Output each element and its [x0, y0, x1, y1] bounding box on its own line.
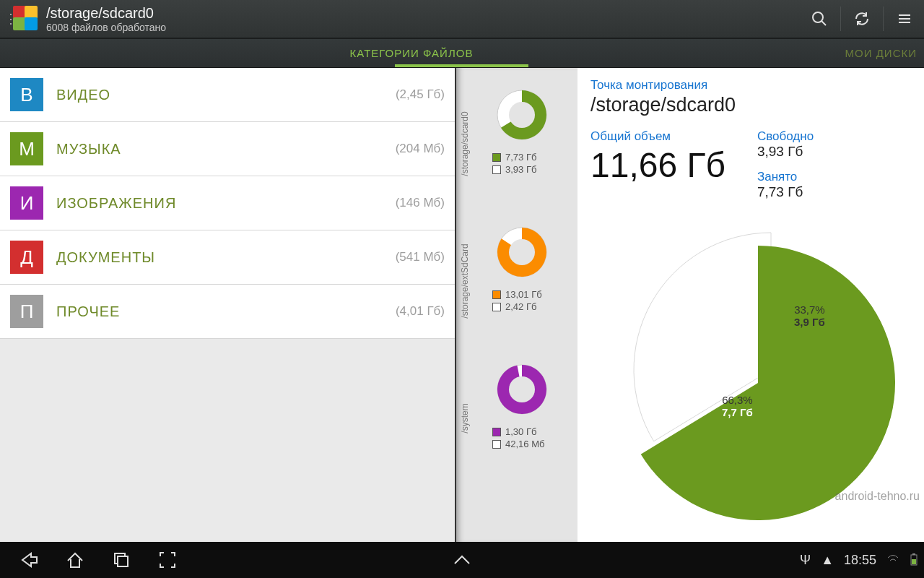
- category-badge: В: [10, 78, 43, 111]
- category-label: ПРОЧЕЕ: [56, 303, 396, 320]
- overflow-menu-button[interactable]: [885, 0, 924, 38]
- search-button[interactable]: [800, 0, 839, 38]
- categories-panel: ВВИДЕО(2,45 Гб)ММУЗЫКА(204 Мб)ИИЗОБРАЖЕН…: [0, 68, 455, 542]
- category-label: МУЗЫКА: [56, 141, 396, 158]
- watermark-text: android-tehno.ru: [835, 490, 920, 503]
- total-label: Общий объем: [590, 129, 725, 144]
- svg-rect-12: [118, 556, 128, 566]
- category-badge: М: [10, 132, 43, 165]
- svg-rect-15: [912, 559, 916, 564]
- volume-legend: 13,01 Гб2,42 Гб: [474, 289, 570, 312]
- status-tray[interactable]: Ψ ▲ 18:55: [800, 553, 918, 568]
- mount-label: Точка монтирования: [590, 78, 911, 92]
- menu-icon: [896, 10, 913, 27]
- category-row[interactable]: ДДОКУМЕНТЫ(541 Мб): [0, 230, 455, 285]
- category-size: (2,45 Гб): [396, 87, 445, 102]
- screenshot-button[interactable]: [144, 542, 191, 578]
- category-label: ВИДЕО: [56, 87, 396, 103]
- used-label: Занято: [757, 170, 814, 184]
- recent-apps-button[interactable]: [98, 542, 144, 578]
- chevron-up-icon: [451, 553, 473, 567]
- free-label: Свободно: [757, 129, 814, 144]
- drawer-handle-icon[interactable]: ⋮⋮: [0, 0, 9, 38]
- category-row[interactable]: ММУЗЫКА(204 Мб): [0, 122, 455, 176]
- warning-icon: ▲: [821, 553, 834, 568]
- category-row[interactable]: ИИЗОБРАЖЕНИЯ(146 Мб): [0, 176, 455, 230]
- category-badge: Д: [10, 241, 43, 274]
- category-size: (4,01 Гб): [396, 304, 445, 319]
- category-size: (541 Мб): [396, 250, 445, 264]
- details-panel: Точка монтирования /storage/sdcard0 Общи…: [578, 68, 924, 542]
- back-icon: [18, 549, 40, 571]
- back-button[interactable]: [6, 542, 52, 578]
- volume-mini[interactable]: /storage/sdcard07,73 Гб3,93 Гб: [456, 75, 578, 212]
- usage-pie-chart: 33,7% 3,9 Гб 66,3% 7,7 Гб: [606, 231, 910, 535]
- svg-rect-14: [912, 553, 915, 555]
- wifi-icon: [886, 553, 899, 566]
- svg-point-8: [509, 239, 535, 265]
- refresh-icon: [853, 10, 871, 27]
- category-badge: И: [10, 186, 43, 220]
- battery-icon: [910, 553, 918, 566]
- volume-mini[interactable]: /system1,30 Гб42,16 Мб: [456, 350, 578, 487]
- volume-path-label: /storage/sdcard0: [459, 75, 471, 212]
- category-size: (204 Мб): [396, 142, 445, 156]
- svg-point-0: [813, 12, 823, 22]
- category-size: (146 Мб): [396, 196, 445, 210]
- search-icon: [811, 10, 828, 27]
- svg-line-1: [821, 21, 826, 25]
- refresh-button[interactable]: [842, 0, 881, 38]
- action-bar: ⋮⋮ /storage/sdcard0 6008 файлов обработа…: [0, 0, 924, 39]
- volume-donut-chart: [489, 82, 554, 147]
- clock: 18:55: [844, 553, 876, 568]
- usb-icon: Ψ: [800, 553, 811, 568]
- tab-strip: КАТЕГОРИИ ФАЙЛОВ МОИ ДИСКИ: [0, 39, 924, 68]
- system-nav-bar: Ψ ▲ 18:55: [0, 542, 924, 578]
- mount-value: /storage/sdcard0: [590, 94, 911, 116]
- category-row[interactable]: ППРОЧЕЕ(4,01 Гб): [0, 285, 455, 339]
- volume-mini[interactable]: /storage/extSdCard13,01 Гб2,42 Гб: [456, 212, 578, 350]
- category-label: ДОКУМЕНТЫ: [56, 249, 396, 266]
- home-button[interactable]: [52, 542, 98, 578]
- pie-free-pct: 33,7%: [794, 303, 825, 316]
- volume-path-label: /system: [459, 350, 471, 487]
- recent-icon: [110, 549, 132, 571]
- tab-categories[interactable]: КАТЕГОРИИ ФАЙЛОВ: [0, 47, 823, 59]
- home-icon: [64, 549, 86, 571]
- tab-indicator: [395, 64, 528, 67]
- pie-used-size: 7,7 Гб: [722, 406, 753, 418]
- pie-used-pct: 66,3%: [722, 394, 753, 406]
- free-value: 3,93 Гб: [757, 144, 814, 160]
- category-row[interactable]: ВВИДЕО(2,45 Гб): [0, 68, 455, 122]
- volume-legend: 7,73 Гб3,93 Гб: [474, 152, 570, 175]
- app-logo-icon[interactable]: [12, 4, 40, 33]
- svg-point-6: [509, 102, 535, 128]
- volume-legend: 1,30 Гб42,16 Мб: [474, 426, 570, 449]
- tab-disks[interactable]: МОИ ДИСКИ: [823, 47, 924, 59]
- current-path: /storage/sdcard0: [46, 5, 800, 22]
- used-value: 7,73 Гб: [757, 184, 814, 200]
- screenshot-icon: [157, 550, 178, 570]
- volume-path-label: /storage/extSdCard: [459, 212, 471, 350]
- total-value: 11,66 Гб: [590, 145, 725, 185]
- svg-point-10: [509, 376, 535, 402]
- category-label: ИЗОБРАЖЕНИЯ: [56, 195, 396, 212]
- volume-donut-chart: [489, 220, 554, 285]
- volume-donut-chart: [489, 357, 554, 422]
- volumes-panel[interactable]: /storage/sdcard07,73 Гб3,93 Гб/storage/e…: [455, 68, 578, 542]
- scan-status: 6008 файлов обработано: [46, 22, 800, 33]
- category-badge: П: [10, 295, 43, 328]
- expand-notifications-button[interactable]: [439, 542, 485, 578]
- pie-free-size: 3,9 Гб: [794, 316, 825, 328]
